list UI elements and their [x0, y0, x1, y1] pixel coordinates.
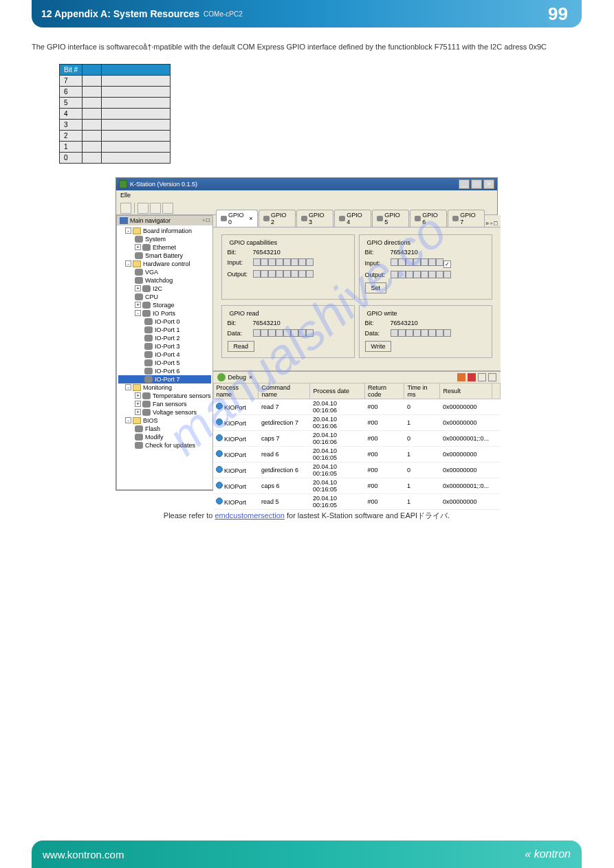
tree-item-monitoring[interactable]: -Monitoring: [118, 383, 211, 392]
expand-icon[interactable]: -: [125, 417, 131, 423]
tab-gpio-7[interactable]: GPIO 7: [448, 210, 485, 227]
debug-header[interactable]: Process name: [213, 383, 259, 399]
toolbar-btn-4[interactable]: [162, 203, 173, 214]
tree-item-io-port-3[interactable]: IO-Port 3: [118, 342, 211, 350]
debug-header[interactable]: Time in ms: [404, 383, 440, 399]
maximize-button[interactable]: □: [471, 179, 482, 189]
tab-gpio-5[interactable]: GPIO 5: [372, 210, 409, 227]
checkbox[interactable]: [268, 329, 276, 337]
expand-icon[interactable]: -: [125, 260, 131, 267]
checkbox[interactable]: [443, 260, 451, 268]
debug-restore-icon[interactable]: [478, 373, 486, 381]
checkbox[interactable]: [398, 271, 406, 278]
debug-header[interactable]: Process date: [310, 383, 365, 399]
tree-item-io-port-1[interactable]: IO-Port 1: [118, 326, 211, 334]
tree-item-io-port-7[interactable]: IO-Port 7: [118, 375, 211, 383]
tree-item-vga[interactable]: VGA: [118, 268, 211, 276]
toolbar-btn-1[interactable]: [120, 203, 131, 214]
checkbox[interactable]: [391, 329, 398, 337]
tree-item-smart-battery[interactable]: Smart Battery: [118, 252, 211, 260]
tree-item-i2c[interactable]: +I2C: [118, 285, 211, 293]
tree-item-ethernet[interactable]: +Ethernet: [118, 243, 211, 252]
expand-icon[interactable]: -: [125, 227, 131, 234]
debug-row[interactable]: KIOPortgetdirection 620.04.10 00:16:05#0…: [213, 462, 500, 478]
checkbox[interactable]: [436, 258, 443, 266]
debug-close-tab[interactable]: ×: [249, 374, 252, 381]
tree-view[interactable]: -Board informationSystem+EthernetSmart B…: [117, 225, 212, 489]
checkbox[interactable]: [428, 329, 436, 337]
checkbox[interactable]: [398, 329, 406, 337]
debug-row[interactable]: KIOPortcaps 720.04.10 00:16:06#0000x0000…: [213, 430, 500, 446]
checkbox[interactable]: [436, 329, 443, 337]
panel-controls[interactable]: ▫ □: [203, 217, 210, 223]
tree-item-fan-sensors[interactable]: +Fan sensors: [118, 400, 211, 408]
checkbox[interactable]: [291, 258, 298, 266]
tabs-max-icon[interactable]: □: [494, 220, 497, 227]
tab-close-icon[interactable]: ×: [249, 215, 252, 222]
tree-item-watchdog[interactable]: Watchdog: [118, 276, 211, 285]
checkbox[interactable]: [406, 271, 413, 278]
expand-icon[interactable]: -: [135, 310, 141, 316]
checkbox[interactable]: [253, 258, 261, 266]
write-button[interactable]: Write: [365, 341, 392, 352]
read-button[interactable]: Read: [228, 341, 255, 352]
checkbox[interactable]: [391, 258, 398, 266]
checkbox[interactable]: [283, 270, 291, 278]
checkbox[interactable]: [306, 270, 314, 278]
debug-row[interactable]: KIOPortread 620.04.10 00:16:05#0010x0000…: [213, 446, 500, 462]
checkbox[interactable]: [268, 258, 276, 266]
tabs-min-icon[interactable]: ▫: [490, 220, 492, 227]
debug-row[interactable]: KIOPortgetdirection 720.04.10 00:16:06#0…: [213, 414, 500, 430]
tree-item-temperature-sensors[interactable]: +Temperature sensors: [118, 392, 211, 400]
tree-item-check-for-updates[interactable]: Check for updates: [118, 441, 211, 449]
checkbox[interactable]: [406, 258, 413, 266]
checkbox[interactable]: [406, 329, 413, 337]
tree-item-bios[interactable]: -BIOS: [118, 416, 211, 425]
expand-icon[interactable]: +: [135, 302, 141, 308]
tree-item-io-port-4[interactable]: IO-Port 4: [118, 350, 211, 359]
tabs-overflow-icon[interactable]: »: [485, 220, 489, 227]
tree-item-cpu[interactable]: CPU: [118, 293, 211, 301]
debug-header[interactable]: Return code: [364, 383, 404, 399]
checkbox[interactable]: [306, 258, 314, 266]
checkbox[interactable]: [428, 271, 436, 278]
checkbox[interactable]: [413, 258, 421, 266]
tree-item-io-ports[interactable]: -IO Ports: [118, 309, 211, 318]
checkbox[interactable]: [298, 329, 306, 337]
checkbox[interactable]: [283, 329, 291, 337]
tab-gpio-3[interactable]: GPIO 3: [296, 210, 333, 227]
minimize-button[interactable]: _: [459, 179, 470, 189]
tab-gpio-2[interactable]: GPIO 2: [259, 210, 296, 227]
checkbox[interactable]: [391, 271, 398, 278]
checkbox[interactable]: [421, 329, 428, 337]
debug-clear-icon[interactable]: [468, 373, 476, 381]
checkbox[interactable]: [276, 329, 283, 337]
set-button[interactable]: Set: [365, 282, 387, 293]
checkbox[interactable]: [421, 271, 428, 278]
checkbox[interactable]: [276, 258, 283, 266]
checkbox[interactable]: [276, 270, 283, 278]
checkbox[interactable]: [261, 329, 268, 337]
tree-item-voltage-sensors[interactable]: +Voltage sensors: [118, 408, 211, 416]
tree-item-io-port-6[interactable]: IO-Port 6: [118, 367, 211, 375]
debug-header[interactable]: Command name: [259, 383, 310, 399]
checkbox[interactable]: [413, 271, 421, 278]
checkbox[interactable]: [253, 270, 261, 278]
checkbox[interactable]: [253, 329, 261, 337]
tree-item-io-port-2[interactable]: IO-Port 2: [118, 334, 211, 342]
debug-stop-icon[interactable]: [457, 373, 465, 381]
checkbox[interactable]: [443, 329, 451, 337]
menu-file[interactable]: Elle: [120, 192, 131, 199]
checkbox[interactable]: [283, 258, 291, 266]
tab-gpio-0[interactable]: GPIO 0 ×: [216, 210, 258, 227]
expand-icon[interactable]: +: [135, 409, 141, 415]
checkbox[interactable]: [261, 258, 268, 266]
checkbox[interactable]: [298, 270, 306, 278]
tree-item-hardware-control[interactable]: -Hardware control: [118, 260, 211, 268]
checkbox[interactable]: [298, 258, 306, 266]
debug-max-icon[interactable]: [488, 373, 496, 381]
checkbox[interactable]: [421, 258, 428, 266]
expand-icon[interactable]: +: [135, 244, 141, 250]
emd-link[interactable]: emdcustomersection: [215, 511, 285, 520]
tree-item-board-information[interactable]: -Board information: [118, 227, 211, 235]
